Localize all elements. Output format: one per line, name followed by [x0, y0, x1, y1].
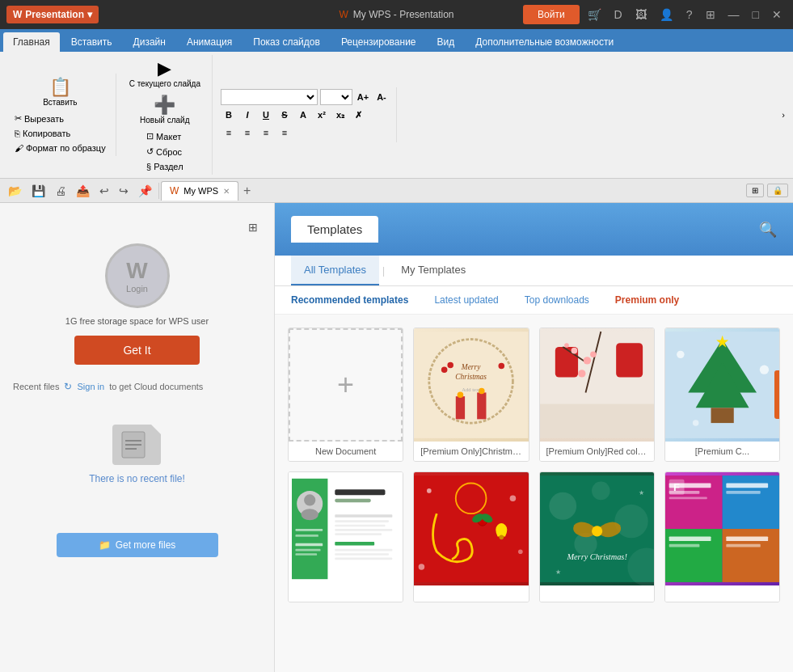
- tab-review[interactable]: Рецензирование: [331, 32, 426, 52]
- cloud-docs-text: to get Cloud documents: [109, 382, 203, 391]
- apps-icon-button[interactable]: ⊞: [701, 5, 720, 24]
- undo-button[interactable]: ↩: [96, 183, 112, 199]
- reset-button[interactable]: ↺ Сброс: [143, 145, 186, 158]
- paste-label: Вставить: [43, 98, 77, 107]
- svg-point-33: [693, 420, 699, 426]
- layout-button[interactable]: ⊡ Макет: [143, 129, 186, 143]
- from-slide-button[interactable]: ▶ С текущего слайда: [124, 57, 205, 91]
- export-button[interactable]: 📤: [73, 183, 93, 199]
- svg-rect-43: [335, 520, 389, 522]
- underline-button[interactable]: U: [258, 107, 274, 123]
- font-size-select[interactable]: [320, 89, 352, 105]
- section-button[interactable]: § Раздел: [143, 160, 186, 173]
- cart-icon-button[interactable]: 🛒: [583, 5, 606, 24]
- tab-design[interactable]: Дизайн: [124, 32, 175, 52]
- filter-recommended[interactable]: Recommended templates: [291, 293, 408, 307]
- subscript-button[interactable]: x₂: [332, 107, 348, 123]
- template-card-redlamp[interactable]: [Premium Only]Red color l...: [539, 328, 655, 462]
- save-button[interactable]: 💾: [28, 183, 49, 199]
- italic-button[interactable]: I: [239, 107, 255, 123]
- get-more-files-button[interactable]: 📁 Get more files: [57, 533, 218, 557]
- minimize-button[interactable]: —: [723, 5, 744, 24]
- bold-button[interactable]: B: [221, 107, 237, 123]
- image-icon-button[interactable]: 🖼: [631, 5, 652, 24]
- get-more-label: Get more files: [116, 539, 176, 551]
- print-button[interactable]: 🖨: [52, 183, 70, 199]
- tab-slideshow[interactable]: Показ слайдов: [243, 32, 330, 52]
- wps-logo-icon: W: [13, 9, 22, 20]
- font-decrease-button[interactable]: A-: [373, 89, 390, 105]
- tab-close-button[interactable]: ✕: [223, 187, 230, 196]
- paragraph-row: ≡ ≡ ≡ ≡: [221, 125, 390, 141]
- xmas2-svg: Merry Christmas! ★ ★: [540, 472, 654, 585]
- doc-tab-mywps[interactable]: W My WPS ✕: [161, 181, 238, 201]
- justify-button[interactable]: ≡: [276, 125, 293, 141]
- paste-icon: 📋: [49, 78, 71, 96]
- clear-format-button[interactable]: ✗: [351, 107, 367, 123]
- filter-premium[interactable]: Premium only: [615, 293, 679, 307]
- copy-button[interactable]: ⎘ Копировать: [11, 127, 109, 140]
- layout-icon: ⊡: [146, 131, 154, 142]
- tab-view-button[interactable]: ⊞: [746, 184, 764, 197]
- align-center-button[interactable]: ≡: [239, 125, 255, 141]
- new-slide-button[interactable]: ➕ Новый слайд: [135, 93, 194, 128]
- tab-all-templates[interactable]: All Templates: [291, 256, 379, 285]
- templates-header: Templates 🔍: [275, 203, 793, 256]
- login-button[interactable]: Войти: [523, 5, 580, 24]
- pin-button[interactable]: 📌: [135, 183, 155, 199]
- template-card-christmas[interactable]: Merry Christmas Add text [Premium Only]C…: [413, 328, 529, 462]
- tab-animation[interactable]: Анимация: [177, 32, 242, 52]
- svg-point-39: [302, 509, 318, 520]
- template-card-new[interactable]: + New Document: [288, 328, 403, 462]
- font-controls: A+ A- B I U S A x² x₂ ✗ ≡ ≡ ≡ ≡: [221, 89, 390, 141]
- get-it-button[interactable]: Get It: [74, 336, 199, 365]
- section-icon: §: [146, 162, 151, 171]
- template-card-redcard[interactable]: [413, 471, 529, 602]
- cut-button[interactable]: ✂ Вырезать: [11, 112, 109, 125]
- align-right-button[interactable]: ≡: [258, 125, 274, 141]
- tab-my-templates[interactable]: My Templates: [388, 256, 479, 285]
- close-button[interactable]: ✕: [767, 5, 787, 24]
- template-card-xmas2[interactable]: Merry Christmas! ★ ★: [539, 471, 655, 602]
- svg-rect-1: [125, 440, 141, 442]
- align-left-button[interactable]: ≡: [221, 125, 237, 141]
- superscript-button[interactable]: x²: [314, 107, 330, 123]
- templates-title-tab: Templates: [291, 216, 378, 243]
- paste-group: 📋 Вставить ✂ Вырезать ⎘ Копировать 🖌 Фор…: [5, 74, 116, 156]
- font-color-button[interactable]: A: [295, 107, 311, 123]
- svg-text:Christmas: Christmas: [456, 373, 487, 381]
- search-button[interactable]: 🔍: [759, 221, 777, 239]
- template-label-xmas2: [540, 585, 654, 602]
- refresh-icon[interactable]: ↻: [64, 381, 72, 392]
- docs-icon-button[interactable]: D: [610, 5, 627, 24]
- sidebar-header: ⊞: [13, 219, 261, 235]
- svg-rect-6: [456, 396, 465, 419]
- font-name-select[interactable]: [221, 89, 318, 105]
- user-icon-button[interactable]: 👤: [655, 5, 678, 24]
- tab-extra[interactable]: Дополнительные возможности: [466, 32, 623, 52]
- template-card-partial[interactable]: [Premium C...: [664, 328, 780, 462]
- template-card-resume[interactable]: [288, 471, 403, 602]
- tab-view[interactable]: Вид: [428, 32, 465, 52]
- tab-home[interactable]: Главная: [3, 32, 60, 52]
- maximize-button[interactable]: □: [748, 5, 764, 24]
- filter-top-downloads[interactable]: Top downloads: [525, 293, 589, 307]
- template-card-colorful[interactable]: F: [664, 471, 780, 602]
- no-files-area: There is no recent file!: [89, 425, 185, 484]
- help-icon-button[interactable]: ?: [681, 5, 698, 24]
- wps-logo-button[interactable]: W Presentation ▾: [6, 6, 99, 23]
- paste-button[interactable]: 📋 Вставить: [38, 75, 82, 110]
- font-increase-button[interactable]: A+: [355, 89, 371, 105]
- format-painter-button[interactable]: 🖌 Формат по образцу: [11, 142, 109, 154]
- ribbon-expand-button[interactable]: ›: [778, 108, 788, 121]
- tab-insert[interactable]: Вставить: [61, 32, 122, 52]
- sidebar-grid-button[interactable]: ⊞: [245, 219, 261, 235]
- filter-latest[interactable]: Latest updated: [434, 293, 498, 307]
- svg-point-32: [760, 366, 769, 374]
- redo-button[interactable]: ↪: [116, 183, 132, 199]
- open-file-button[interactable]: 📂: [5, 183, 25, 199]
- add-tab-button[interactable]: +: [240, 184, 254, 198]
- strikethrough-button[interactable]: S: [276, 107, 293, 123]
- tab-lock-button[interactable]: 🔒: [767, 184, 788, 197]
- sign-in-link[interactable]: Sign in: [77, 382, 104, 391]
